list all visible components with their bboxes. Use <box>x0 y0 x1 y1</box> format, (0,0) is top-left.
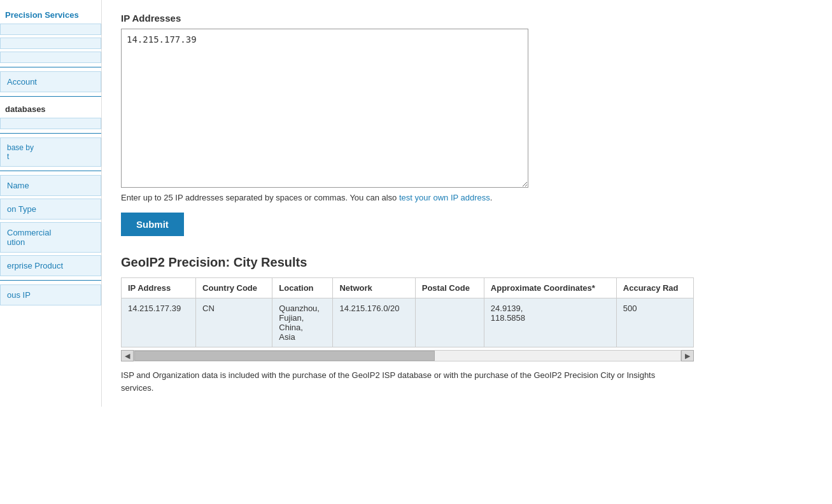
test-own-ip-link[interactable]: test your own IP address <box>399 193 490 202</box>
ip-input[interactable]: 14.215.177.39 <box>121 29 528 188</box>
results-title: GeoIP2 Precision: City Results <box>121 255 813 270</box>
sidebar: Precision Services Account databases bas… <box>0 0 102 407</box>
table-header-row: IP Address Country Code Location Network… <box>122 278 694 298</box>
helper-text-after: . <box>490 193 493 202</box>
horizontal-scrollbar[interactable]: ◀ ▶ <box>121 350 694 361</box>
cell-location: Quanzhou, Fujian, China, Asia <box>272 298 333 347</box>
sidebar-item-ous-ip[interactable]: ous IP <box>0 284 101 305</box>
sidebar-item-2[interactable] <box>0 38 101 49</box>
sidebar-item-account[interactable]: Account <box>0 71 101 92</box>
scroll-left-arrow[interactable]: ◀ <box>121 350 134 361</box>
col-header-accuracy: Accuracy Rad <box>616 278 693 298</box>
cell-ip: 14.215.177.39 <box>122 298 196 347</box>
sidebar-item-name[interactable]: Name <box>0 175 101 196</box>
col-header-country: Country Code <box>196 278 272 298</box>
cell-country: CN <box>196 298 272 347</box>
scroll-thumb <box>134 351 435 361</box>
cell-coordinates: 24.9139, 118.5858 <box>484 298 616 347</box>
cell-postal <box>415 298 484 347</box>
sidebar-item-enterprise[interactable]: erprise Product <box>0 255 101 276</box>
scroll-track[interactable] <box>134 350 681 361</box>
cell-network: 14.215.176.0/20 <box>333 298 415 347</box>
sidebar-precision-services[interactable]: Precision Services <box>0 6 101 24</box>
sidebar-databases-label: databases <box>0 101 101 118</box>
results-table: IP Address Country Code Location Network… <box>121 277 694 347</box>
col-header-ip: IP Address <box>122 278 196 298</box>
table-row: 14.215.177.39 CN Quanzhou, Fujian, China… <box>122 298 694 347</box>
ip-addresses-label: IP Addresses <box>121 13 813 24</box>
col-header-location: Location <box>272 278 333 298</box>
results-table-wrapper: IP Address Country Code Location Network… <box>121 277 694 347</box>
sidebar-purchase-by[interactable]: base by t <box>0 137 101 167</box>
sidebar-item-6[interactable] <box>0 118 101 129</box>
sidebar-item-1[interactable] <box>0 24 101 35</box>
sidebar-item-on-type[interactable]: on Type <box>0 199 101 220</box>
sidebar-item-3[interactable] <box>0 52 101 63</box>
col-header-network: Network <box>333 278 415 298</box>
helper-text: Enter up to 25 IP addresses separated by… <box>121 193 675 202</box>
submit-button[interactable]: Submit <box>121 213 184 236</box>
helper-text-before: Enter up to 25 IP addresses separated by… <box>121 193 399 202</box>
scroll-right-arrow[interactable]: ▶ <box>681 350 694 361</box>
col-header-postal: Postal Code <box>415 278 484 298</box>
footnote: ISP and Organization data is included wi… <box>121 369 675 394</box>
col-header-coords: Approximate Coordinates* <box>484 278 616 298</box>
main-content: IP Addresses 14.215.177.39 Enter up to 2… <box>102 0 832 407</box>
sidebar-item-commercial[interactable]: Commercial ution <box>0 222 101 253</box>
cell-accuracy: 500 <box>616 298 693 347</box>
